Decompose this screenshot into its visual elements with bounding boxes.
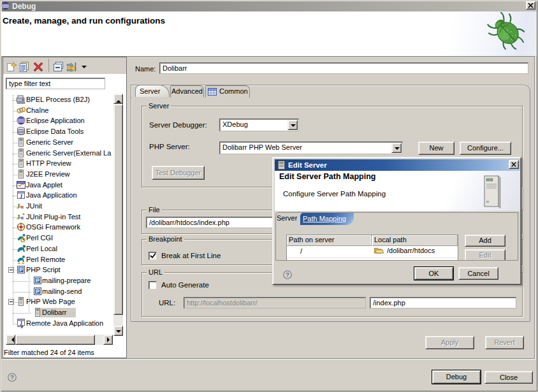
svg-text:u: u <box>20 214 24 221</box>
svg-text:J: J <box>20 193 23 200</box>
svg-text:u: u <box>20 203 24 210</box>
svg-text:?: ? <box>286 271 289 278</box>
svg-text:P: P <box>19 266 23 273</box>
svg-text:P: P <box>36 288 40 294</box>
svg-text:?: ? <box>10 374 13 381</box>
svg-text:P: P <box>36 277 40 284</box>
